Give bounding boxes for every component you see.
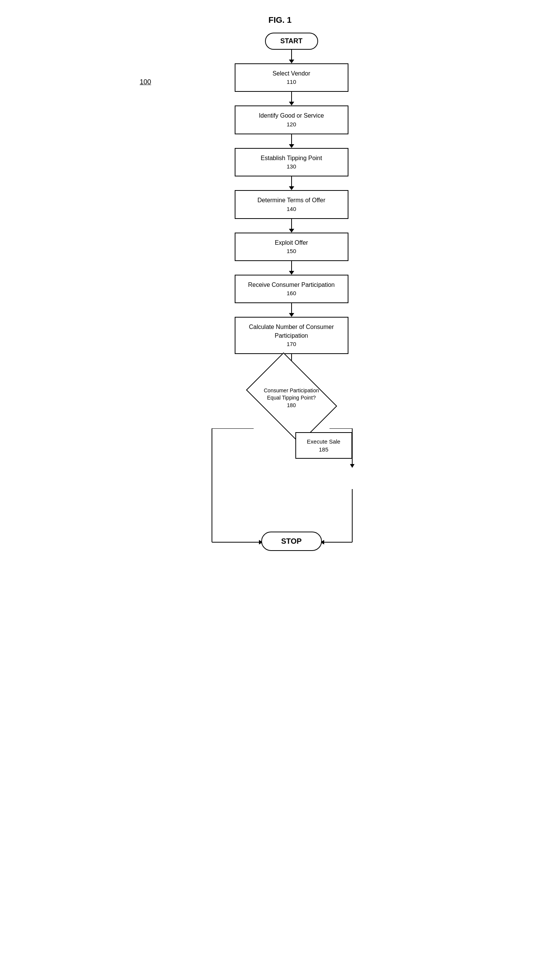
diamond-text: Consumer Participation Equal Tipping Poi…	[261, 387, 322, 409]
ref-label: 100	[140, 78, 151, 86]
start-oval: START	[265, 33, 318, 50]
step-110: Select Vendor 110	[235, 63, 348, 92]
stop-oval: STOP	[261, 531, 322, 551]
arrow-4	[289, 176, 294, 190]
step-150: Exploit Offer 150	[235, 232, 348, 261]
bottom-section: Yes No Execute Sale 18	[182, 428, 402, 557]
arrow-3	[289, 134, 294, 148]
arrow-1	[289, 50, 294, 63]
arrow-2	[289, 92, 294, 105]
arrow-5	[289, 219, 294, 232]
diagram-container: 100 START Select Vendor 110 Identify Goo…	[140, 33, 420, 557]
diamond-180: Consumer Participation Equal Tipping Poi…	[246, 368, 337, 428]
step-140: Determine Terms of Offer 140	[235, 190, 348, 219]
step-185: Execute Sale 185	[295, 432, 352, 459]
step-170: Calculate Number of Consumer Participati…	[235, 317, 348, 354]
step-130: Establish Tipping Point 130	[235, 148, 348, 176]
figure-title: FIG. 1	[140, 15, 420, 25]
arrow-6	[289, 261, 294, 275]
arrow-7	[289, 303, 294, 317]
page: FIG. 1 100 START Select Vendor 110 Ident…	[140, 8, 420, 565]
step-160: Receive Consumer Participation 160	[235, 275, 348, 303]
svg-marker-2	[350, 464, 355, 468]
step-120: Identify Good or Service 120	[235, 105, 348, 134]
